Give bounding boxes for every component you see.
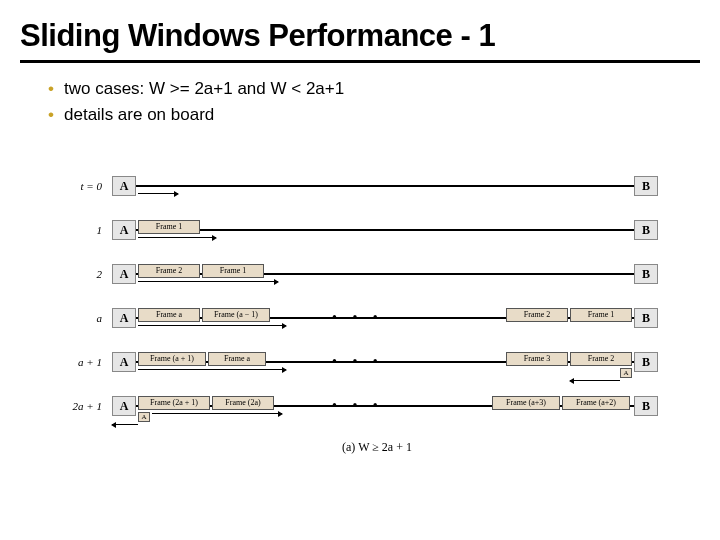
arrow-left-icon xyxy=(570,380,620,381)
diagram-caption: (a) W ≥ 2a + 1 xyxy=(72,440,682,455)
arrow-right-icon xyxy=(152,413,282,414)
ack-box: A xyxy=(138,412,150,422)
node-a: A xyxy=(112,220,136,240)
arrow-right-icon xyxy=(138,325,286,326)
frame-box: Frame (a+2) xyxy=(562,396,630,410)
arrow-right-icon xyxy=(138,237,216,238)
time-label: a + 1 xyxy=(52,356,102,368)
frame-box: Frame (a − 1) xyxy=(202,308,270,322)
node-b: B xyxy=(634,264,658,284)
diagram-row: a A B Frame a Frame (a − 1) • • • Frame … xyxy=(72,308,682,342)
wire xyxy=(136,185,634,187)
ellipsis-icon: • • • xyxy=(332,354,384,370)
diagram-row: a + 1 A B Frame (a + 1) Frame a • • • Fr… xyxy=(72,352,682,386)
time-label: a xyxy=(52,312,102,324)
node-a: A xyxy=(112,176,136,196)
frame-box: Frame a xyxy=(138,308,200,322)
frame-box: Frame 2 xyxy=(138,264,200,278)
frame-box: Frame (a + 1) xyxy=(138,352,206,366)
node-a: A xyxy=(112,264,136,284)
node-b: B xyxy=(634,352,658,372)
ack-box: A xyxy=(620,368,632,378)
diagram: t = 0 A B 1 A B Frame 1 2 A B Frame 2 Fr… xyxy=(72,176,682,455)
frame-box: Frame 1 xyxy=(570,308,632,322)
time-label: 2a + 1 xyxy=(52,400,102,412)
node-b: B xyxy=(634,220,658,240)
ellipsis-icon: • • • xyxy=(332,310,384,326)
time-label: 1 xyxy=(52,224,102,236)
arrow-left-icon xyxy=(112,424,138,425)
diagram-row: 1 A B Frame 1 xyxy=(72,220,682,254)
node-b: B xyxy=(634,176,658,196)
node-b: B xyxy=(634,308,658,328)
frame-box: Frame 2 xyxy=(506,308,568,322)
frame-box: Frame 1 xyxy=(138,220,200,234)
node-a: A xyxy=(112,308,136,328)
node-b: B xyxy=(634,396,658,416)
diagram-row: 2 A B Frame 2 Frame 1 xyxy=(72,264,682,298)
ellipsis-icon: • • • xyxy=(332,398,384,414)
node-a: A xyxy=(112,396,136,416)
frame-box: Frame 1 xyxy=(202,264,264,278)
arrow-right-icon xyxy=(138,369,286,370)
arrow-right-icon xyxy=(138,281,278,282)
bullet-list: two cases: W >= 2a+1 and W < 2a+1 detail… xyxy=(20,77,700,127)
frame-box: Frame (2a) xyxy=(212,396,274,410)
wire xyxy=(136,229,634,231)
frame-box: Frame (a+3) xyxy=(492,396,560,410)
frame-box: Frame a xyxy=(208,352,266,366)
bullet-item: details are on board xyxy=(48,103,700,128)
frame-box: Frame 2 xyxy=(570,352,632,366)
time-label: 2 xyxy=(52,268,102,280)
slide-title: Sliding Windows Performance - 1 xyxy=(20,18,700,63)
arrow-right-icon xyxy=(138,193,178,194)
diagram-row: t = 0 A B xyxy=(72,176,682,210)
frame-box: Frame 3 xyxy=(506,352,568,366)
frame-box: Frame (2a + 1) xyxy=(138,396,210,410)
node-a: A xyxy=(112,352,136,372)
time-label: t = 0 xyxy=(52,180,102,192)
bullet-item: two cases: W >= 2a+1 and W < 2a+1 xyxy=(48,77,700,102)
diagram-row: 2a + 1 A B Frame (2a + 1) Frame (2a) • •… xyxy=(72,396,682,430)
